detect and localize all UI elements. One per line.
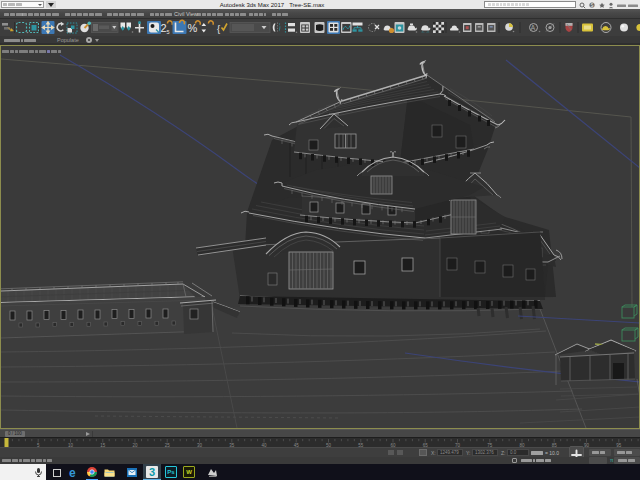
svg-text:%: % [188,22,198,34]
svg-text:S: S [590,3,593,8]
svg-text:{: { [217,23,220,34]
svg-text:5: 5 [167,29,170,35]
svg-text:A: A [531,24,536,31]
